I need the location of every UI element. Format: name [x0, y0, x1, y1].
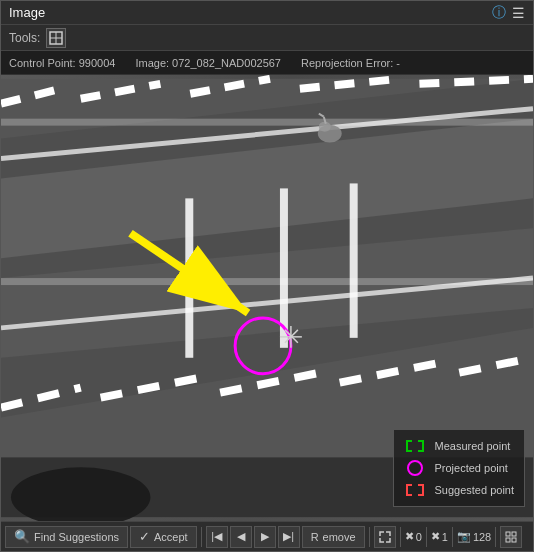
legend-suggested: Suggested point	[404, 482, 514, 498]
svg-rect-23	[1, 278, 533, 285]
accept-button[interactable]: ✓ Accept	[130, 526, 197, 548]
legend-measured: Measured point	[404, 438, 514, 454]
grid-view-button[interactable]	[500, 526, 522, 548]
nav-last-button[interactable]: ▶|	[278, 526, 300, 548]
counter-3: 📷 128	[457, 530, 491, 543]
find-suggestions-icon: 🔍	[14, 529, 30, 544]
title-bar-right: ⓘ ☰	[492, 4, 525, 22]
legend-box: Measured point Projected point Suggested…	[393, 429, 525, 507]
svg-rect-39	[506, 538, 510, 542]
window-title: Image	[9, 5, 45, 20]
remove-button[interactable]: R emove	[302, 526, 365, 548]
accept-label: Accept	[154, 531, 188, 543]
svg-rect-21	[350, 183, 358, 337]
measured-icon	[404, 438, 426, 454]
find-suggestions-button[interactable]: 🔍 Find Suggestions	[5, 526, 128, 548]
nav-first-button[interactable]: |◀	[206, 526, 228, 548]
list-icon[interactable]: ☰	[512, 5, 525, 21]
counter1-icon: ✖	[405, 530, 414, 543]
projected-icon	[404, 460, 426, 476]
title-bar-left: Image	[9, 5, 45, 20]
tool-button[interactable]	[46, 28, 66, 48]
svg-rect-38	[512, 532, 516, 536]
separator-6	[495, 527, 496, 547]
suggested-rect-icon	[406, 484, 424, 496]
control-point-info: Control Point: 990004	[9, 57, 115, 69]
counter2-value: 1	[442, 531, 448, 543]
separator-4	[426, 527, 427, 547]
svg-rect-22	[1, 119, 533, 126]
separator-3	[400, 527, 401, 547]
bottom-bar: 🔍 Find Suggestions ✓ Accept |◀ ◀ ▶ ▶| R …	[1, 521, 533, 551]
measured-label: Measured point	[434, 440, 510, 452]
counter2-icon: ✖	[431, 530, 440, 543]
nav-next-button[interactable]: ▶	[254, 526, 276, 548]
projected-circle-icon	[407, 460, 423, 476]
tools-label: Tools:	[9, 31, 40, 45]
separator-2	[369, 527, 370, 547]
expand-icon	[379, 531, 391, 543]
image-area: Measured point Projected point Suggested…	[1, 75, 533, 521]
remove-label: emove	[323, 531, 356, 543]
image-count-icon: 📷	[457, 530, 471, 543]
reprojection-info: Reprojection Error: -	[301, 57, 400, 69]
remove-icon: R	[311, 531, 319, 543]
info-icon[interactable]: ⓘ	[492, 4, 506, 22]
image-info: Image: 072_082_NAD002567	[135, 57, 281, 69]
svg-rect-37	[506, 532, 510, 536]
counter-2: ✖ 1	[431, 530, 448, 543]
find-suggestions-label: Find Suggestions	[34, 531, 119, 543]
tool-svg-icon	[49, 31, 63, 45]
info-bar: Control Point: 990004 Image: 072_082_NAD…	[1, 51, 533, 75]
separator-5	[452, 527, 453, 547]
svg-rect-40	[512, 538, 516, 542]
counter1-value: 0	[416, 531, 422, 543]
counter-1: ✖ 0	[405, 530, 422, 543]
title-bar: Image ⓘ ☰	[1, 1, 533, 25]
accept-icon: ✓	[139, 529, 150, 544]
suggested-icon	[404, 482, 426, 498]
measured-rect-icon	[406, 440, 424, 452]
toolbar: Tools:	[1, 25, 533, 51]
projected-label: Projected point	[434, 462, 507, 474]
counter3-value: 128	[473, 531, 491, 543]
nav-prev-button[interactable]: ◀	[230, 526, 252, 548]
grid-icon	[505, 531, 517, 543]
separator-1	[201, 527, 202, 547]
expand-button[interactable]	[374, 526, 396, 548]
suggested-label: Suggested point	[434, 484, 514, 496]
main-window: Image ⓘ ☰ Tools: Control Point: 990004 I…	[0, 0, 534, 552]
legend-projected: Projected point	[404, 460, 514, 476]
